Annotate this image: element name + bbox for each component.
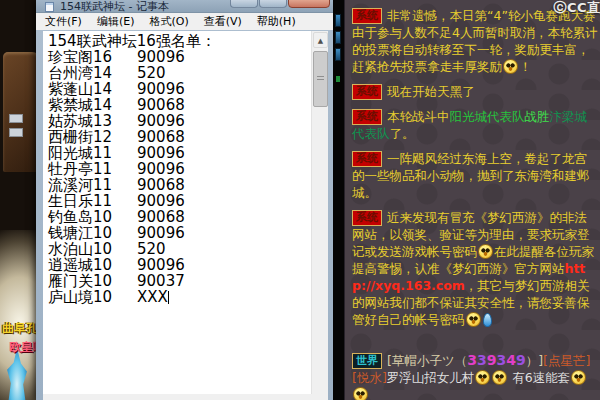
channel-tag-system: 系统 bbox=[352, 84, 382, 100]
chat-text-segment: 非常遗憾，本日第“4”轮小龟赛跑大赛由于参与人数不足4人而暂时取消，本轮累计的投… bbox=[352, 8, 597, 74]
list-row: 西栅街1290068 bbox=[48, 129, 311, 145]
chat-text-segment: ！ bbox=[519, 59, 532, 74]
chat-text-segment: 一阵飓风经过东海上空，卷起了龙宫的一些物品和小动物，抛到了东海湾和建邺城。 bbox=[352, 151, 590, 200]
list-row: 阳光城1190096 bbox=[48, 145, 311, 161]
list-row: 紫禁城1490068 bbox=[48, 97, 311, 113]
cabinet-drawer bbox=[9, 128, 23, 137]
server-name: 牡丹亭11 bbox=[48, 161, 137, 177]
ui-fragment bbox=[335, 48, 341, 61]
window-title: 154联武神坛 - 记事本 bbox=[60, 0, 169, 13]
notepad-menubar: 文件(F)编辑(E)格式(O)查看(V)帮助(H) bbox=[36, 13, 333, 30]
emote-sweat-icon bbox=[478, 244, 493, 259]
menu-item-查[interactable]: 查看(V) bbox=[204, 14, 242, 29]
chat-text-segment: 本轮战斗中 bbox=[387, 109, 450, 124]
notepad-titlebar[interactable]: 154联武神坛 - 记事本 bbox=[36, 0, 333, 13]
ui-fragment bbox=[335, 31, 341, 44]
channel-tag-system: 系统 bbox=[352, 210, 382, 226]
notepad-hscrollbar[interactable] bbox=[43, 394, 328, 400]
chat-text-segment: 阳光城代表队 bbox=[450, 109, 525, 124]
list-row: 庐山境10XXX bbox=[48, 289, 311, 305]
chat-text-segment: 有6速能套 bbox=[508, 370, 570, 385]
emote-stare-icon bbox=[475, 370, 490, 385]
list-row: 珍宝阁1690096 bbox=[48, 49, 311, 65]
chat-message: 系统现在开始天黑了 bbox=[352, 83, 598, 100]
chat-panel[interactable]: ⓒCC直播 系统非常遗憾，本日第“4”轮小龟赛跑大赛由于参与人数不足4人而暂时取… bbox=[344, 0, 600, 400]
server-name: 钱塘江10 bbox=[48, 225, 137, 241]
text-caret bbox=[168, 291, 169, 304]
chat-text-segment: [草帽小子ツ（ bbox=[387, 353, 467, 368]
emote-drop-icon bbox=[483, 313, 492, 327]
channel-tag-system: 系统 bbox=[352, 151, 382, 167]
chat-text-segment: 罗浮山招女儿村 bbox=[387, 370, 475, 385]
list-row: 逍遥城1090096 bbox=[48, 257, 311, 273]
list-row: 生日乐1190096 bbox=[48, 193, 311, 209]
server-name: 紫蓬山14 bbox=[48, 81, 137, 97]
server-name: 姑苏城13 bbox=[48, 113, 137, 129]
chat-message: 系统本轮战斗中阳光城代表队战胜汴梁城代表队了。 bbox=[352, 108, 598, 142]
server-name: 庐山境10 bbox=[48, 289, 137, 305]
emote-stare-icon bbox=[571, 370, 586, 385]
close-button[interactable] bbox=[288, 0, 330, 8]
list-row: 台州湾14520 bbox=[48, 65, 311, 81]
channel-tag-system: 系统 bbox=[352, 8, 382, 24]
chat-message: 世界[草帽小子ツ（339349）][点星芒][悦水]罗浮山招女儿村 有6速能套 bbox=[352, 352, 598, 400]
server-name: 台州湾14 bbox=[48, 65, 137, 81]
server-name: 钓鱼岛10 bbox=[48, 209, 137, 225]
chat-text-segment: 3 bbox=[477, 352, 487, 368]
channel-tag-system: 系统 bbox=[352, 109, 382, 125]
chat-text-segment: 9 bbox=[487, 352, 497, 368]
chat-text-segment: 4 bbox=[506, 352, 516, 368]
server-score: XXX bbox=[137, 288, 168, 306]
emote-stare-icon bbox=[492, 370, 507, 385]
notepad-icon bbox=[45, 2, 54, 12]
menu-item-格[interactable]: 格式(O) bbox=[149, 14, 188, 29]
screen: 曲阜孔庙 欧皇啪 154联武神坛 - 记事本 文件(F)编辑(E)格式(O)查看… bbox=[0, 0, 600, 400]
ui-fragment bbox=[335, 14, 341, 27]
chat-text-segment: 3 bbox=[467, 352, 477, 368]
list-row: 钓鱼岛1090068 bbox=[48, 209, 311, 225]
server-name: 逍遥城10 bbox=[48, 257, 137, 273]
emote-laugh-icon bbox=[503, 59, 518, 74]
server-name: 紫禁城14 bbox=[48, 97, 137, 113]
chat-message: 系统近来发现有冒充《梦幻西游》的非法网站，以领奖、验证等为理由，要求玩家登记或发… bbox=[352, 209, 598, 328]
list-heading: 154联武神坛16强名单： bbox=[48, 33, 311, 49]
server-name: 西栅街12 bbox=[48, 129, 137, 145]
emote-shy-icon bbox=[466, 312, 481, 327]
ui-fragment bbox=[336, 76, 340, 82]
channel-tag-world: 世界 bbox=[352, 353, 382, 369]
chat-text-segment: 战胜 bbox=[525, 109, 550, 124]
server-name: 珍宝阁16 bbox=[48, 49, 137, 65]
chat-text-segment: 3 bbox=[496, 352, 506, 368]
minimize-button[interactable] bbox=[230, 0, 258, 8]
list-row: 水泊山10520 bbox=[48, 241, 311, 257]
menu-item-编[interactable]: 编辑(E) bbox=[97, 14, 135, 29]
chat-message: 系统非常遗憾，本日第“4”轮小龟赛跑大赛由于参与人数不足4人而暂时取消，本轮累计… bbox=[352, 7, 598, 75]
list-row: 紫蓬山1490096 bbox=[48, 81, 311, 97]
chat-message: 系统一阵飓风经过东海上空，卷起了龙宫的一些物品和小动物，抛到了东海湾和建邺城。 bbox=[352, 150, 598, 201]
scroll-thumb[interactable] bbox=[313, 51, 328, 107]
scroll-up-button[interactable]: ▲ bbox=[313, 32, 328, 48]
list-row: 钱塘江1090096 bbox=[48, 225, 311, 241]
list-row: 姑苏城1390096 bbox=[48, 113, 311, 129]
chat-text-segment: 现在开始天黑了 bbox=[387, 84, 475, 99]
chat-text-segment: ）] bbox=[526, 353, 543, 368]
list-row: 雁门关1090037 bbox=[48, 273, 311, 289]
server-name: 水泊山10 bbox=[48, 241, 137, 257]
notepad-window: 154联武神坛 - 记事本 文件(F)编辑(E)格式(O)查看(V)帮助(H) … bbox=[36, 0, 333, 400]
server-name: 阳光城11 bbox=[48, 145, 137, 161]
emote-stare-icon bbox=[353, 387, 368, 400]
menu-item-文[interactable]: 文件(F) bbox=[45, 14, 82, 29]
menu-item-帮[interactable]: 帮助(H) bbox=[257, 14, 296, 29]
list-row: 牡丹亭1190096 bbox=[48, 161, 311, 177]
game-cabinet bbox=[3, 52, 40, 172]
server-name: 雁门关10 bbox=[48, 273, 137, 289]
chat-text-segment: 9 bbox=[516, 352, 526, 368]
cc-live-watermark: ⓒCC直播 bbox=[553, 0, 600, 17]
background-strip bbox=[333, 0, 344, 400]
chat-text-segment: 了。 bbox=[390, 126, 415, 141]
cabinet-drawer bbox=[9, 114, 23, 123]
notepad-text-area[interactable]: 154联武神坛16强名单： 珍宝阁1690096台州湾14520紫蓬山14900… bbox=[43, 31, 311, 394]
notepad-scrollbar[interactable]: ▲ bbox=[311, 31, 328, 394]
maximize-button[interactable] bbox=[259, 0, 287, 8]
server-name: 流溪河11 bbox=[48, 177, 137, 193]
